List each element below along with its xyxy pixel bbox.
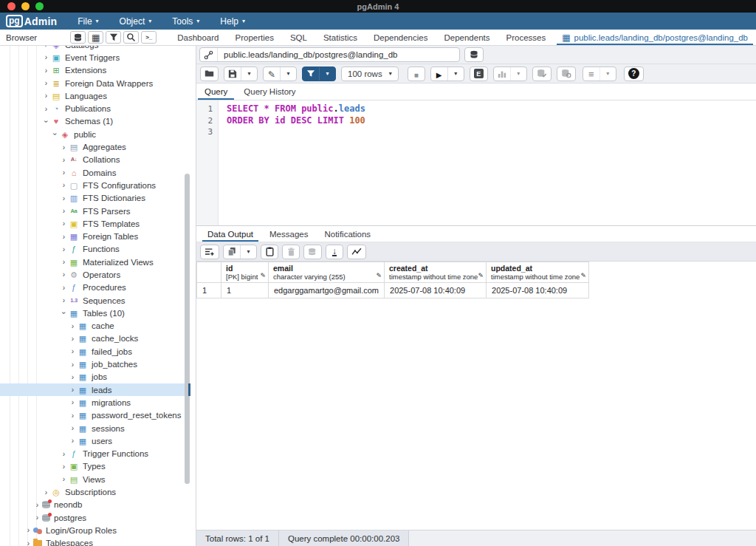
tab-dependencies[interactable]: Dependencies [365,30,436,45]
chevron-collapsed-icon[interactable]: › [59,233,69,241]
column-header-email[interactable]: emailcharacter varying (255)✎ [269,262,385,283]
chevron-collapsed-icon[interactable]: › [59,143,69,151]
chevron-collapsed-icon[interactable]: › [68,322,78,330]
chevron-collapsed-icon[interactable]: › [59,284,69,292]
view-data-button[interactable] [88,31,103,44]
tree-item-foreign-tables[interactable]: ›▦Foreign Tables [0,230,190,242]
macros-button[interactable] [583,67,599,81]
chevron-collapsed-icon[interactable]: › [59,450,69,458]
chevron-collapsed-icon[interactable]: › [68,335,78,343]
open-file-button[interactable] [200,66,219,81]
tree-item-job-batches[interactable]: ›▦job_batches [0,358,190,370]
chevron-collapsed-icon[interactable]: › [59,194,69,202]
tree-item-schemas-1[interactable]: ›♥Schemas (1) [0,115,190,128]
save-options-button[interactable]: ▾ [241,67,257,81]
panel-splitter[interactable] [190,46,196,546]
menu-object[interactable]: Object▾ [120,16,152,27]
tab-notifications[interactable]: Notifications [316,226,379,242]
tree-item-event-triggers[interactable]: ›▣Event Triggers [0,51,190,64]
chevron-collapsed-icon[interactable]: › [68,373,78,381]
filter-options-button[interactable]: ▾ [319,67,335,81]
chevron-collapsed-icon[interactable]: › [68,412,78,420]
search-objects-button[interactable] [123,31,139,44]
tree-item-trigger-functions[interactable]: ›ƒTrigger Functions [0,448,190,460]
pencil-icon[interactable]: ✎ [260,272,266,279]
tree-item-languages[interactable]: ›▤Languages [0,89,190,102]
chevron-collapsed-icon[interactable]: › [41,105,51,113]
tree-item-extensions[interactable]: ›⊞Extensions [0,64,190,77]
explain-analyze-button[interactable] [494,67,510,81]
chevron-collapsed-icon[interactable]: › [41,92,51,100]
cell-id[interactable]: 1 [221,283,269,298]
explain-options-button[interactable]: ▾ [510,67,526,81]
chevron-collapsed-icon[interactable]: › [41,488,51,496]
rollback-button[interactable] [557,66,576,81]
tree-item-migrations[interactable]: ›▦migrations [0,396,190,409]
chevron-collapsed-icon[interactable]: › [32,513,42,522]
tab-query-history[interactable]: Query History [236,83,303,100]
tree-item-procedures[interactable]: ›ƒProcedures [0,281,190,294]
connection-field[interactable]: public.leads/landing_db/postgres@landing… [199,47,460,62]
save-data-changes-button[interactable] [303,245,322,259]
server-activity-button[interactable] [70,31,86,44]
tree-item-password-reset-tokens[interactable]: ›▦password_reset_tokens [0,409,190,422]
tree-item-leads[interactable]: ›▦leads [0,383,190,396]
menu-help[interactable]: Help▾ [220,16,245,27]
execute-button[interactable] [431,67,447,81]
tree-item-collations[interactable]: ›A↓Collations [0,154,190,166]
chevron-collapsed-icon[interactable]: › [59,475,69,483]
tree-item-foreign-data-wrappers[interactable]: ›≣Foreign Data Wrappers [0,77,190,89]
tree-item-tables-10[interactable]: ›▦Tables (10) [0,307,190,319]
sql-editor[interactable]: 123 SELECT * FROM public.leadsORDER BY i… [196,100,756,225]
cell-email[interactable]: edgarggamartgo@gmail.com [269,283,385,298]
filtered-rows-button[interactable] [106,31,121,44]
tree-item-postgres[interactable]: ›postgres [0,511,190,524]
chevron-collapsed-icon[interactable]: › [32,501,42,509]
chevron-collapsed-icon[interactable]: › [41,79,51,87]
cell-updated-at[interactable]: 2025-07-08 10:40:09 [487,283,589,298]
edit-button[interactable] [264,67,280,81]
tree-item-public[interactable]: ›◈public [0,128,190,140]
copy-options-button[interactable]: ▾ [240,245,256,259]
chevron-collapsed-icon[interactable]: › [59,219,69,228]
copy-button[interactable] [224,245,240,259]
chevron-collapsed-icon[interactable]: › [68,437,78,445]
download-results-button[interactable]: ↓ [326,245,343,259]
pencil-icon[interactable]: ✎ [478,272,484,279]
chevron-collapsed-icon[interactable]: › [68,361,78,369]
pencil-icon[interactable]: ✎ [376,272,382,279]
column-header-updated-at[interactable]: updated_attimestamp without time zone✎ [487,262,589,283]
tree-item-fts-configurations[interactable]: ›▢FTS Configurations [0,179,190,191]
cell-created-at[interactable]: 2025-07-08 10:40:09 [385,283,487,298]
chevron-collapsed-icon[interactable]: › [41,66,51,75]
row-limit-select[interactable]: 100 rows ▾ [341,66,399,81]
tab-dependents[interactable]: Dependents [436,30,498,45]
chevron-collapsed-icon[interactable]: › [59,168,69,177]
tree-item-jobs[interactable]: ›▦jobs [0,371,190,383]
tree-item-sequences[interactable]: ›1.3Sequences [0,294,190,307]
chevron-collapsed-icon[interactable]: › [68,386,78,394]
execute-options-button[interactable]: ▾ [447,67,464,81]
filter-button[interactable] [303,67,319,81]
paste-button[interactable] [261,245,278,259]
chevron-collapsed-icon[interactable]: › [59,463,69,471]
chevron-expanded-icon[interactable]: › [42,117,50,126]
column-header-created-at[interactable]: created_attimestamp without time zone✎ [385,262,487,283]
tree-item-catalogs[interactable]: ›◈Catalogs [0,46,190,51]
chevron-collapsed-icon[interactable]: › [59,207,69,215]
tab-statistics[interactable]: Statistics [315,30,365,45]
graph-visualiser-button[interactable] [347,245,366,259]
tab-processes[interactable]: Processes [498,30,554,45]
tree-item-login-group-roles[interactable]: ›Login/Group Roles [0,524,190,536]
tab-dashboard[interactable]: Dashboard [169,30,227,45]
column-header-id[interactable]: id[PK] bigint✎ [221,262,269,283]
save-file-button[interactable] [224,67,241,81]
chevron-collapsed-icon[interactable]: › [59,270,69,279]
pencil-icon[interactable]: ✎ [580,272,586,279]
tree-item-domains[interactable]: ›⌂Domains [0,166,190,179]
tree-item-operators[interactable]: ›⚙Operators [0,268,190,281]
add-row-button[interactable] [200,245,219,259]
edit-options-button[interactable]: ▾ [280,67,296,81]
tree-item-materialized-views[interactable]: ›▦Materialized Views [0,256,190,268]
tree-item-aggregates[interactable]: ›▤Aggregates [0,140,190,153]
